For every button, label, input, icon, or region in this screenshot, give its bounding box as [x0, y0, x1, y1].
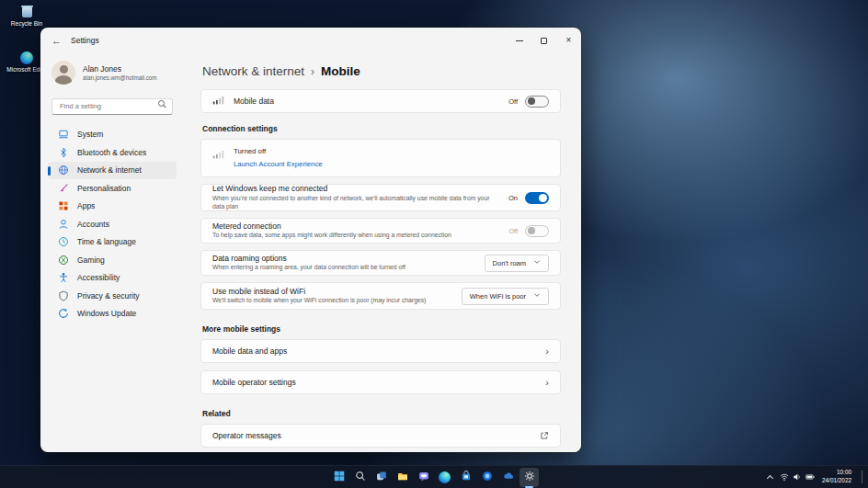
chevron-down-icon — [533, 258, 541, 267]
sidebar-item-label: Privacy & security — [77, 291, 140, 301]
desktop-icon-recycle-bin[interactable]: Recycle Bin — [2, 5, 51, 27]
minimize-icon — [516, 40, 523, 41]
person-icon — [57, 218, 69, 230]
sidebar-item-gaming[interactable]: Gaming — [48, 251, 177, 269]
tray-date: 24/01/2022 — [822, 477, 851, 485]
sidebar-item-system[interactable]: System — [48, 126, 177, 144]
taskbar-search-button[interactable] — [350, 468, 370, 487]
cloud-icon — [503, 469, 514, 485]
sidebar-item-accounts[interactable]: Accounts — [48, 215, 177, 233]
windows-logo-icon — [334, 469, 345, 485]
setting-description: When you're not connected to another kin… — [212, 195, 499, 211]
mobile-data-toggle[interactable] — [525, 96, 549, 108]
search-icon — [355, 469, 366, 485]
file-explorer-button[interactable] — [393, 468, 412, 487]
globe-icon — [57, 165, 69, 176]
sidebar-item-time-language[interactable]: Time & language — [48, 233, 177, 252]
sidebar-item-label: Accounts — [77, 220, 109, 229]
photos-button[interactable] — [477, 468, 497, 487]
wifi-fallback-dropdown[interactable]: When WiFi is poor — [462, 288, 549, 305]
close-button[interactable]: × — [556, 28, 581, 53]
close-icon: × — [566, 36, 572, 45]
data-roaming-dropdown[interactable]: Don't roam — [485, 255, 549, 272]
breadcrumb-parent[interactable]: Network & internet — [202, 64, 304, 78]
metered-connection-toggle[interactable] — [525, 225, 549, 237]
operator-messages-row[interactable]: Operator messages — [200, 424, 561, 448]
section-header-more-mobile: More mobile settings — [202, 324, 559, 334]
chat-icon — [418, 469, 429, 485]
sidebar-item-label: System — [77, 130, 103, 139]
sidebar-item-accessibility[interactable]: Accessibility — [48, 269, 177, 288]
mobile-data-card: Mobile data Off — [200, 89, 561, 113]
volume-icon[interactable] — [793, 469, 802, 485]
chevron-right-icon: › — [545, 346, 549, 357]
keep-connected-toggle[interactable] — [525, 192, 549, 204]
task-view-button[interactable] — [371, 468, 391, 487]
show-desktop-button[interactable] — [862, 471, 864, 483]
search-icon — [158, 100, 166, 108]
launch-account-experience-link[interactable]: Launch Account Experience — [234, 160, 323, 168]
hidden-icons-chevron[interactable] — [767, 474, 773, 481]
sidebar-item-privacy-security[interactable]: Privacy & security — [48, 287, 177, 305]
onedrive-button[interactable] — [498, 468, 518, 487]
update-icon — [57, 308, 69, 320]
setting-title: Metered connection — [212, 221, 451, 231]
toggle-state-label: Off — [508, 227, 518, 235]
account-block[interactable]: Alan Jones alan.jones.wm@hotmail.com — [48, 57, 177, 94]
sidebar-item-bluetooth-devices[interactable]: Bluetooth & devices — [48, 143, 177, 162]
settings-button-active[interactable] — [520, 468, 539, 487]
setting-description: When entering a roaming area, your data … — [212, 264, 405, 272]
titlebar: ← Settings × — [40, 28, 581, 53]
battery-icon[interactable] — [805, 469, 815, 485]
store-bag-icon — [461, 469, 472, 485]
sidebar-item-windows-update[interactable]: Windows Update — [48, 305, 177, 323]
wifi-icon[interactable] — [780, 469, 789, 485]
account-experience-card: Turned off Launch Account Experience — [200, 139, 561, 177]
selected-indicator — [48, 166, 51, 176]
recycle-bin-icon — [21, 5, 33, 18]
sidebar-item-label: Time & language — [77, 237, 136, 246]
metered-connection-card: Metered connection To help save data, so… — [200, 218, 561, 244]
sidebar-item-label: Accessibility — [77, 273, 120, 282]
avatar — [51, 61, 75, 85]
connection-status: Turned off — [234, 147, 323, 155]
sidebar-item-network-internet[interactable]: Network & internet — [48, 162, 177, 180]
start-button[interactable] — [329, 468, 348, 487]
chat-button[interactable] — [414, 468, 433, 487]
store-button[interactable] — [456, 468, 475, 487]
setting-title: Let Windows keep me connected — [212, 184, 499, 193]
maximize-icon — [541, 38, 547, 44]
setting-title: Use mobile instead of WiFi — [212, 287, 426, 296]
setting-description: We'll switch to mobile when your WiFi co… — [212, 297, 426, 305]
sidebar-item-label: Gaming — [77, 255, 105, 265]
sidebar-item-personalisation[interactable]: Personalisation — [48, 179, 177, 198]
sidebar-item-label: Bluetooth & devices — [77, 148, 146, 157]
edge-button[interactable] — [435, 468, 454, 487]
shield-icon — [57, 289, 69, 301]
minimize-button[interactable] — [507, 28, 531, 53]
sidebar-item-apps[interactable]: Apps — [48, 198, 177, 216]
mobile-operator-settings-row[interactable]: Mobile operator settings › — [200, 370, 561, 394]
mobile-data-label: Mobile data — [234, 96, 274, 106]
paintbrush-icon — [57, 182, 69, 194]
breadcrumb: Network & internet › Mobile — [202, 64, 561, 78]
window-title: Settings — [71, 36, 99, 45]
keep-connected-card: Let Windows keep me connected When you'r… — [200, 184, 561, 211]
mobile-data-apps-row[interactable]: Mobile data and apps › — [200, 339, 561, 363]
system-tray: 10:00 24/01/2022 — [768, 466, 864, 488]
sidebar-item-label: Network & internet — [77, 165, 142, 175]
bluetooth-icon — [57, 146, 69, 158]
sidebar-item-label: Apps — [77, 201, 95, 210]
clock-icon — [57, 236, 69, 248]
maximize-button[interactable] — [531, 28, 556, 53]
search-input[interactable] — [51, 98, 173, 115]
task-view-icon — [376, 469, 387, 485]
sidebar-nav: System Bluetooth & devices Network & int… — [48, 126, 177, 323]
tray-time: 10:00 — [822, 469, 851, 477]
user-name: Alan Jones — [83, 64, 157, 74]
back-button[interactable]: ← — [51, 36, 62, 46]
dropdown-value: Don't roam — [493, 259, 526, 267]
taskbar-clock[interactable]: 10:00 24/01/2022 — [822, 469, 851, 484]
gear-icon — [524, 469, 535, 485]
accessibility-icon — [57, 272, 69, 284]
